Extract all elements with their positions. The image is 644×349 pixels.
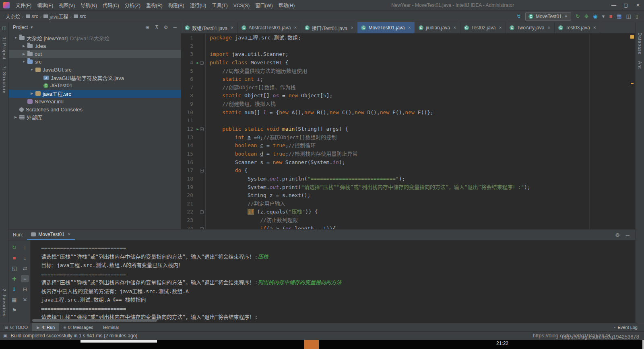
terminal-tab[interactable]: Terminal [97, 323, 123, 331]
editor-tab[interactable]: CAbstractTest01.java✕ [238, 22, 301, 33]
stop-icon[interactable]: ■ [10, 254, 19, 261]
locate-file-icon[interactable]: ⊕ [146, 25, 150, 30]
code-line[interactable]: 24− if(a > (os.length - 1)){ [181, 225, 635, 229]
code-line[interactable]: 20 String z = s.next(); [181, 191, 635, 200]
tree-row[interactable]: JGTest01 [9, 82, 181, 90]
chevron-down-icon[interactable]: ▼ [13, 36, 19, 40]
code-line[interactable]: 8 static Object[] os = new Object[5]; [181, 92, 635, 100]
editor-tab[interactable]: CMoveTest01.java✕ [357, 22, 415, 33]
tree-row[interactable]: ▶out [9, 50, 181, 58]
menu-item[interactable]: 工具(T) [209, 3, 230, 8]
project-structure-icon[interactable]: ▦ [617, 14, 621, 19]
run-line-icon[interactable]: ▶ [197, 127, 199, 131]
tree-row[interactable]: NewYear.iml [9, 98, 181, 106]
scroll-to-end-icon[interactable]: ≡ [21, 275, 29, 282]
code-line[interactable]: 9 //创建数组，模拟入栈 [181, 100, 635, 109]
breadcrumb-item[interactable]: 大杂烩 [6, 13, 20, 20]
chevron-right-icon[interactable]: ▶ [29, 92, 35, 95]
maximize-icon[interactable]: ▢ [620, 2, 632, 8]
collapse-all-icon[interactable]: ⊼ [155, 25, 159, 30]
minimize-icon[interactable]: — [608, 2, 620, 8]
wrench-icon[interactable]: ↯ [516, 14, 521, 19]
settings-gear-icon[interactable]: ⚙ [615, 232, 620, 238]
pin-icon[interactable]: ⚑ [10, 306, 19, 314]
horizontal-scrollbar[interactable] [32, 319, 157, 322]
run-tab[interactable]: ▶4: Run [32, 323, 59, 331]
code-line[interactable]: 2 [181, 42, 635, 51]
warning-stripe-mark[interactable] [631, 83, 634, 84]
tool-window-button[interactable]: 2: Favorites [2, 289, 7, 316]
close-icon[interactable]: ✕ [632, 2, 644, 8]
menu-item[interactable]: 窗口(W) [252, 3, 275, 8]
code-line[interactable]: 22− if (z.equals("压栈")) { [181, 208, 635, 216]
tree-row[interactable]: ▼大杂烩 [NewYear]D:\java15\大杂烩 [9, 34, 181, 42]
menu-item[interactable]: VCS(S) [231, 3, 253, 8]
chevron-right-icon[interactable]: ▶ [21, 52, 27, 56]
debug-icon[interactable]: ❉ [584, 14, 589, 19]
rerun-icon[interactable]: ↻ [576, 14, 580, 19]
taskbar-item[interactable] [304, 340, 319, 349]
menu-item[interactable]: 构建(B) [165, 3, 187, 8]
code-line[interactable]: 15 boolean d = true;//检测栈内存使用量防止异常 [181, 150, 635, 158]
editor-tab[interactable]: CTest02.java✕ [460, 22, 506, 33]
tree-row[interactable]: ▶java工程.src [9, 90, 181, 98]
editor-tab[interactable]: CTest03.java✕ [555, 22, 600, 33]
code-line[interactable]: 3import java.util.Scanner; [181, 50, 635, 59]
chevron-down-icon[interactable]: ▼ [29, 68, 35, 72]
chevron-down-icon[interactable]: ▼ [21, 60, 27, 64]
menu-item[interactable]: 运行(U) [187, 3, 209, 8]
tree-row[interactable]: JavaGUI基础字符及其含义.java [9, 74, 181, 82]
print-icon[interactable]: ⊟ [21, 285, 29, 293]
hide-panel-icon[interactable]: ─ [173, 25, 177, 30]
settings-gear-icon[interactable]: ⚙ [164, 25, 168, 30]
editor-tab[interactable]: Cjiudian.java✕ [415, 22, 460, 33]
code-line[interactable]: 14 boolean c = true;//控制循环 [181, 142, 635, 150]
dump-threads-icon[interactable]: ⇓ [10, 285, 19, 293]
menu-item[interactable]: 代码(C) [100, 3, 122, 8]
chevron-down-icon[interactable]: ▾ [602, 14, 605, 19]
breadcrumb-item[interactable]: src [74, 14, 86, 19]
menu-item[interactable]: 编辑(E) [34, 3, 56, 8]
warning-stripe-mark[interactable] [630, 35, 634, 39]
fold-icon[interactable]: − [200, 61, 204, 65]
event-log-button[interactable]: ◔ Event Log [613, 325, 644, 330]
code-line[interactable]: 6 static int i; [181, 75, 635, 84]
code-line[interactable]: 23 //防止数列超限 [181, 216, 635, 225]
close-icon[interactable]: ✕ [231, 26, 234, 30]
fold-icon[interactable]: − [200, 127, 204, 131]
tree-row[interactable]: ▶外部库 [9, 113, 181, 121]
code-line[interactable]: 7 //创建Object[]数组，作为栈 [181, 84, 635, 92]
code-line[interactable]: 5 //局部变量供栈方法的遍历数组使用 [181, 67, 635, 76]
code-line[interactable]: 17− do { [181, 166, 635, 175]
breadcrumb-item[interactable]: java工程 [43, 13, 68, 20]
close-icon[interactable]: ✕ [68, 232, 71, 236]
close-icon[interactable]: ✕ [593, 26, 597, 30]
code-line[interactable]: 11 [181, 117, 635, 125]
fold-icon[interactable]: − [200, 169, 204, 172]
run-line-icon[interactable]: ▶ [197, 61, 199, 65]
minimize-panel-icon[interactable]: ─ [626, 232, 630, 238]
code-line[interactable]: 1package java工程.src.测试.数组; [181, 34, 635, 42]
console-output[interactable]: ===========================请选择“压栈”“弹栈”或“… [31, 240, 635, 323]
code-line[interactable]: 16 Scanner s = new Scanner(System.in); [181, 158, 635, 167]
menu-item[interactable]: 帮助(H) [276, 3, 298, 8]
tool-window-button[interactable]: Ant [638, 61, 642, 69]
close-icon[interactable]: ✕ [294, 26, 297, 30]
run-config-selector[interactable]: C MoveTest01 ▼ [525, 12, 571, 21]
close-icon[interactable]: ✕ [547, 26, 551, 30]
menu-item[interactable]: 视图(V) [56, 3, 78, 8]
todo-tab[interactable]: ▤6: TODO [0, 323, 32, 331]
tree-row[interactable]: ▶.idea [9, 42, 181, 50]
chevron-down-icon[interactable]: ▼ [30, 25, 33, 29]
rerun-icon[interactable]: ↻ [10, 244, 19, 251]
code-line[interactable]: 13 int a =0;//遍历Object[]数组时的控制 [181, 133, 635, 142]
editor-tab[interactable]: C接口\Test01.java✕ [301, 22, 358, 33]
messages-tab[interactable]: ≡0: Messages [59, 323, 97, 331]
tree-row[interactable]: Scratches and Consoles [9, 105, 181, 113]
code-line[interactable]: 12▶− public static void main(String[] ar… [181, 125, 635, 133]
code-line[interactable]: 4▶−public class MoveTest01 { [181, 59, 635, 67]
window-icon[interactable]: ▯ [636, 14, 638, 19]
code-area[interactable]: 1package java工程.src.测试.数组;23import java.… [181, 34, 635, 229]
menu-item[interactable]: 文件(F) [13, 3, 34, 8]
layout-icon[interactable]: ◫ [626, 14, 631, 19]
